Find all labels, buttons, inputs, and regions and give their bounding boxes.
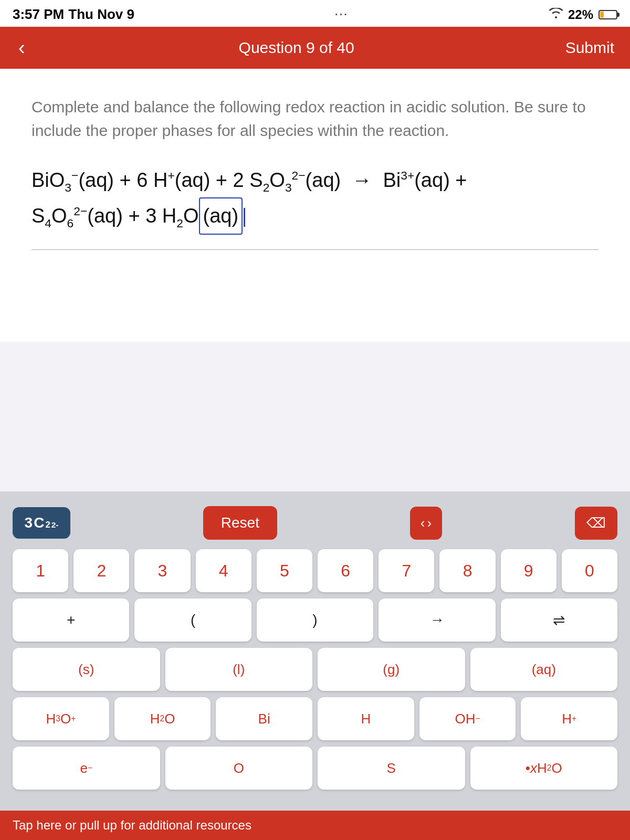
phase-row: (s) (l) (g) (aq) bbox=[13, 648, 617, 691]
display-element: C bbox=[34, 514, 44, 531]
submit-button[interactable]: Submit bbox=[565, 39, 614, 57]
display-coeff: 3 bbox=[25, 514, 33, 531]
key-oxygen[interactable]: O bbox=[165, 747, 313, 790]
key-aqueous[interactable]: (aq) bbox=[470, 648, 618, 691]
key-3[interactable]: 3 bbox=[134, 549, 190, 592]
key-plus[interactable]: + bbox=[13, 598, 129, 642]
key-close-paren[interactable]: ) bbox=[257, 598, 373, 642]
answer-input-underline bbox=[32, 245, 598, 250]
time: 3:57 PM bbox=[13, 6, 64, 23]
key-electron[interactable]: e− bbox=[13, 747, 160, 790]
key-solid[interactable]: (s) bbox=[13, 648, 160, 691]
battery-icon bbox=[598, 10, 617, 19]
equation-line-1: BiO3−(aq) + 6 H+(aq) + 2 S2O32−(aq) → Bi… bbox=[32, 163, 598, 197]
question-instruction: Complete and balance the following redox… bbox=[32, 95, 598, 142]
resource-bar[interactable]: Tap here or pull up for additional resou… bbox=[0, 811, 630, 840]
key-h[interactable]: H bbox=[318, 697, 414, 740]
key-sulfur[interactable]: S bbox=[318, 747, 465, 790]
key-9[interactable]: 9 bbox=[501, 549, 556, 592]
key-open-paren[interactable]: ( bbox=[134, 598, 251, 642]
key-h-plus[interactable]: H+ bbox=[521, 697, 617, 740]
key-gas[interactable]: (g) bbox=[318, 648, 465, 691]
question-progress: Question 9 of 40 bbox=[239, 39, 354, 57]
keyboard-area: 3C22- Reset ‹ › ⌫ 1 2 3 4 5 6 7 8 9 0 bbox=[0, 491, 630, 840]
key-h2o[interactable]: H2O bbox=[114, 697, 211, 740]
backspace-icon: ⌫ bbox=[586, 515, 606, 531]
nav-right-icon: › bbox=[427, 515, 432, 531]
question-area: Complete and balance the following redox… bbox=[0, 69, 630, 342]
status-right: 22% bbox=[549, 7, 617, 22]
key-0[interactable]: 0 bbox=[562, 549, 617, 592]
spacer bbox=[0, 342, 630, 436]
status-bar: 3:57 PM Thu Nov 9 ··· 22% bbox=[0, 0, 630, 27]
date: Thu Nov 9 bbox=[68, 6, 134, 23]
operator-row: + ( ) → ⇌ bbox=[13, 598, 617, 642]
page-wrapper: 3:57 PM Thu Nov 9 ··· 22% ‹ Question 9 o… bbox=[0, 0, 630, 840]
species-row-1: H3O+ H2O Bi H OH− H+ bbox=[13, 697, 617, 740]
key-xh2o[interactable]: • x H2O bbox=[470, 747, 618, 790]
status-left: 3:57 PM Thu Nov 9 bbox=[13, 6, 134, 23]
key-1[interactable]: 1 bbox=[13, 549, 68, 592]
key-2[interactable]: 2 bbox=[74, 549, 129, 592]
key-liquid[interactable]: (l) bbox=[165, 648, 313, 691]
nav-left-button[interactable]: ‹ › bbox=[410, 507, 442, 540]
key-equilibrium[interactable]: ⇌ bbox=[501, 598, 617, 642]
key-4[interactable]: 4 bbox=[196, 549, 251, 592]
key-8[interactable]: 8 bbox=[439, 549, 495, 592]
key-oh-minus[interactable]: OH− bbox=[419, 697, 516, 740]
reset-button[interactable]: Reset bbox=[203, 506, 277, 540]
dots: ··· bbox=[335, 8, 349, 20]
equation-display: BiO3−(aq) + 6 H+(aq) + 2 S2O32−(aq) → Bi… bbox=[32, 163, 598, 235]
key-bi[interactable]: Bi bbox=[216, 697, 312, 740]
keyboard-top-row: 3C22- Reset ‹ › ⌫ bbox=[13, 506, 617, 540]
equation-line-2: S4O62−(aq) + 3 H2O(aq) bbox=[32, 197, 598, 235]
backspace-button[interactable]: ⌫ bbox=[575, 507, 617, 540]
display-sup: 2- bbox=[51, 520, 59, 530]
resource-label: Tap here or pull up for additional resou… bbox=[13, 818, 251, 832]
key-5[interactable]: 5 bbox=[257, 549, 312, 592]
key-7[interactable]: 7 bbox=[379, 549, 434, 592]
wifi-icon bbox=[549, 8, 563, 22]
key-h3o-plus[interactable]: H3O+ bbox=[13, 697, 109, 740]
key-arrow[interactable]: → bbox=[379, 598, 495, 642]
display-sub: 2 bbox=[45, 520, 50, 530]
header: ‹ Question 9 of 40 Submit bbox=[0, 27, 630, 69]
nav-left-icon: ‹ bbox=[421, 515, 425, 531]
species-row-2: e− O S • x H2O bbox=[13, 747, 617, 790]
back-button[interactable]: ‹ bbox=[16, 32, 28, 65]
formula-display-key: 3C22- bbox=[13, 507, 70, 539]
key-6[interactable]: 6 bbox=[318, 549, 373, 592]
number-row: 1 2 3 4 5 6 7 8 9 0 bbox=[13, 549, 617, 592]
battery-percentage: 22% bbox=[568, 7, 593, 22]
